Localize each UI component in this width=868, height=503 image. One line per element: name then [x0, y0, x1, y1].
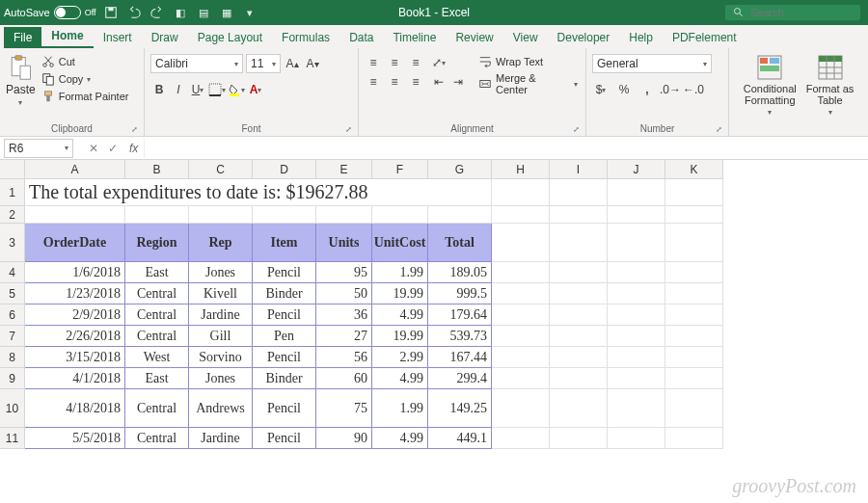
row-header-10[interactable]: 10 — [0, 389, 25, 428]
col-header-H[interactable]: H — [492, 160, 550, 179]
cell[interactable] — [492, 262, 550, 283]
cell[interactable]: East — [125, 368, 189, 389]
row-header-2[interactable]: 2 — [0, 206, 25, 224]
cell[interactable] — [608, 262, 665, 283]
cell[interactable]: Binder — [253, 283, 316, 304]
cell[interactable]: Central — [125, 304, 189, 326]
cell[interactable]: 999.5 — [428, 283, 492, 304]
row-header-4[interactable]: 4 — [0, 262, 25, 283]
dialog-launcher-icon[interactable]: ⤢ — [716, 125, 722, 134]
cell[interactable] — [665, 389, 723, 428]
cell[interactable]: 19.99 — [372, 283, 428, 304]
paste-button[interactable]: Paste ▾ — [6, 54, 36, 107]
cell[interactable]: 4/18/2018 — [25, 389, 125, 428]
cell[interactable]: 189.05 — [428, 262, 492, 283]
cell[interactable]: Pencil — [253, 304, 316, 326]
shrink-font-button[interactable]: A▾ — [304, 55, 321, 72]
cell[interactable]: 4.99 — [372, 428, 428, 449]
cell[interactable]: 56 — [316, 347, 372, 368]
cell[interactable]: Central — [125, 389, 189, 428]
cell[interactable]: Rep — [189, 224, 253, 262]
border-button[interactable]: ▾ — [208, 81, 226, 98]
cell[interactable] — [608, 428, 665, 449]
align-right-button[interactable]: ≡ — [407, 73, 424, 91]
cell[interactable] — [550, 179, 608, 206]
cell[interactable] — [550, 283, 608, 304]
cell[interactable] — [665, 428, 723, 449]
tab-developer[interactable]: Developer — [548, 27, 620, 48]
cell[interactable]: Jardine — [189, 304, 253, 326]
cut-button[interactable]: Cut — [40, 54, 131, 69]
col-header-I[interactable]: I — [550, 160, 608, 179]
cell[interactable]: 179.64 — [428, 304, 492, 326]
col-header-B[interactable]: B — [125, 160, 189, 179]
cell[interactable]: Pen — [253, 326, 316, 347]
fx-icon[interactable]: fx — [129, 142, 138, 155]
cell[interactable]: Pencil — [253, 347, 316, 368]
cell[interactable]: Andrews — [189, 389, 253, 428]
cell[interactable]: Jones — [189, 368, 253, 389]
cell[interactable]: 27 — [316, 326, 372, 347]
cell[interactable]: 2/26/2018 — [25, 326, 125, 347]
col-header-K[interactable]: K — [665, 160, 723, 179]
tab-review[interactable]: Review — [446, 27, 502, 48]
tab-formulas[interactable]: Formulas — [272, 27, 339, 48]
cell[interactable]: Units — [316, 224, 372, 262]
cell[interactable]: Central — [125, 326, 189, 347]
qat-icon-1[interactable]: ◧ — [174, 6, 187, 19]
cell[interactable] — [665, 283, 723, 304]
format-as-table-button[interactable]: Format as Table▾ — [806, 54, 854, 117]
cell[interactable] — [492, 326, 550, 347]
font-size-select[interactable]: 11▾ — [246, 54, 281, 73]
tab-view[interactable]: View — [503, 27, 548, 48]
cell[interactable] — [492, 389, 550, 428]
cell[interactable]: 4/1/2018 — [25, 368, 125, 389]
tab-draw[interactable]: Draw — [142, 27, 188, 48]
row-header-6[interactable]: 6 — [0, 304, 25, 326]
row-header-1[interactable]: 1 — [0, 179, 25, 206]
formula-input[interactable] — [144, 139, 868, 158]
cell[interactable] — [492, 224, 550, 262]
underline-button[interactable]: U▾ — [189, 81, 206, 98]
tab-file[interactable]: File — [4, 27, 41, 48]
cell[interactable]: 167.44 — [428, 347, 492, 368]
align-top-button[interactable]: ≡ — [365, 54, 382, 71]
increase-indent-button[interactable]: ⇥ — [449, 73, 467, 91]
cell[interactable] — [253, 206, 316, 224]
cell[interactable] — [25, 206, 125, 224]
cell[interactable] — [492, 179, 550, 206]
dialog-launcher-icon[interactable]: ⤢ — [131, 125, 138, 134]
cell[interactable]: UnitCost — [372, 224, 428, 262]
italic-button[interactable]: I — [170, 81, 187, 98]
cell[interactable]: 4.99 — [372, 304, 428, 326]
cancel-formula-icon[interactable]: ✕ — [89, 142, 98, 155]
cell[interactable]: 149.25 — [428, 389, 492, 428]
copy-button[interactable]: Copy▾ — [40, 71, 131, 87]
cell[interactable] — [316, 206, 372, 224]
cell[interactable] — [550, 262, 608, 283]
cell[interactable] — [428, 206, 492, 224]
search-box[interactable] — [725, 5, 860, 20]
cell[interactable] — [665, 304, 723, 326]
merge-center-button[interactable]: Merge & Center▾ — [476, 71, 580, 96]
cell[interactable]: 1.99 — [372, 389, 428, 428]
col-header-A[interactable]: A — [25, 160, 125, 179]
cell[interactable]: Jones — [189, 262, 253, 283]
save-icon[interactable] — [104, 6, 118, 19]
tab-timeline[interactable]: Timeline — [383, 27, 446, 48]
cell[interactable] — [608, 283, 665, 304]
cell[interactable]: 539.73 — [428, 326, 492, 347]
cell[interactable]: 95 — [316, 262, 372, 283]
cell[interactable]: Pencil — [253, 428, 316, 449]
cell[interactable] — [665, 368, 723, 389]
undo-icon[interactable] — [127, 6, 141, 19]
dialog-launcher-icon[interactable]: ⤢ — [345, 125, 352, 134]
redo-icon[interactable] — [150, 6, 164, 19]
cell[interactable] — [608, 224, 665, 262]
number-format-select[interactable]: General▾ — [592, 54, 712, 73]
col-header-F[interactable]: F — [372, 160, 428, 179]
tab-page-layout[interactable]: Page Layout — [188, 27, 272, 48]
align-middle-button[interactable]: ≡ — [386, 54, 403, 71]
enter-formula-icon[interactable]: ✓ — [108, 142, 118, 155]
grow-font-button[interactable]: A▴ — [284, 55, 301, 72]
